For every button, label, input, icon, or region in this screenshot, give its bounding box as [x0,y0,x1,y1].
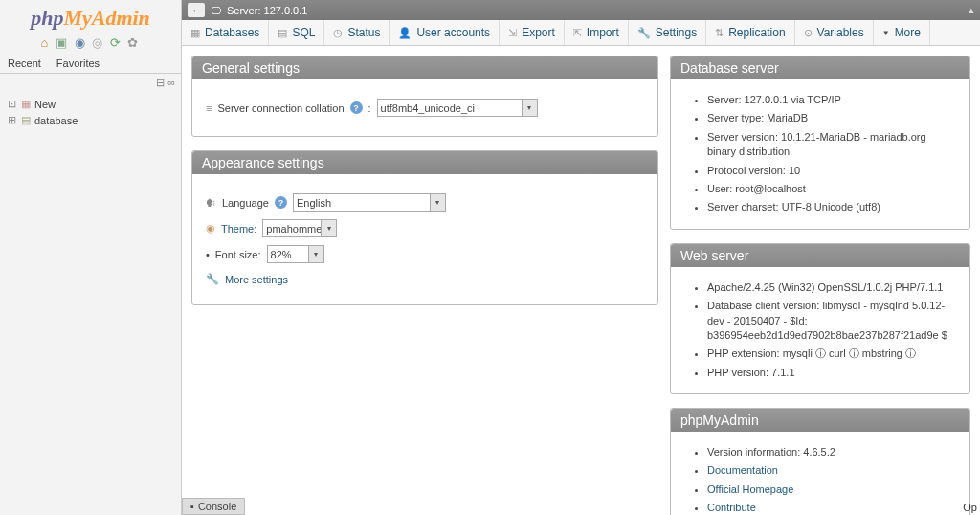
tree-database[interactable]: ⊞ ▤ database [6,112,175,128]
webserver-list: Apache/2.4.25 (Win32) OpenSSL/1.0.2j PHP… [684,279,956,382]
pma-list: Version information: 4.6.5.2 Documentati… [684,443,956,515]
menu-settings[interactable]: 🔧Settings [629,20,706,45]
op-corner: Op [960,500,980,515]
sql-icon: ▤ [278,27,287,39]
menu-settings-label: Settings [656,26,697,39]
pma-link-homepage[interactable]: Official Homepage [707,483,793,495]
users-icon: 👤 [398,27,412,39]
phpmyadmin-logo[interactable]: phpMyAdmin [0,0,181,34]
menu-sql-label: SQL [292,26,315,39]
webserver-item: Apache/2.4.25 (Win32) OpenSSL/1.0.2j PHP… [707,279,956,297]
tree-database-label: database [34,115,78,126]
panel-webserver-title: Web server [671,244,969,267]
console-label: Console [198,501,236,512]
db-icon: ▤ [20,114,32,126]
sidebar-tabs: Recent Favorites [0,54,181,74]
dbserver-item: User: root@localhost [707,180,956,198]
webserver-item: PHP extension: mysqli ⓘ curl ⓘ mbstring … [707,345,956,363]
chevron-down-icon: ▾ [321,220,336,236]
theme-label[interactable]: Theme: [221,223,256,235]
menu-users[interactable]: 👤User accounts [390,20,500,45]
collation-select[interactable]: utf8mb4_unicode_ci ▾ [377,99,538,117]
status-icon: ◷ [333,27,343,39]
chevron-down-icon: ▾ [522,100,537,116]
console-icon: ▪ [190,501,194,512]
databases-icon: ▦ [190,27,200,39]
language-icon: 🗣 [206,197,216,209]
pma-link-documentation[interactable]: Documentation [707,464,778,476]
back-button[interactable]: ← [188,3,205,17]
settings-icon[interactable]: ✿ [127,35,140,50]
tree-new[interactable]: ⊡ ▦ New [6,96,175,112]
menu-sql[interactable]: ▤SQL [269,20,324,45]
export-icon: ⇲ [508,27,517,39]
db-tree: ⊡ ▦ New ⊞ ▤ database [0,92,181,132]
dbserver-item: Server: 127.0.0.1 via TCP/IP [707,91,956,109]
collation-value: utf8mb4_unicode_ci [381,102,475,114]
expand-icon[interactable]: ⊞ [6,114,17,126]
dbserver-item: Server type: MariaDB [707,109,956,127]
fontsize-select[interactable]: 82% ▾ [267,245,324,263]
import-icon: ⇱ [573,27,582,39]
sidebar: phpMyAdmin ⌂ ▣ ◉ ◎ ⟳ ✿ Recent Favorites … [0,0,182,515]
expand-icon: ⊡ [6,98,17,110]
gear-icon: 🔧 [637,27,651,39]
chevron-down-icon: ▾ [430,194,445,211]
menu-import[interactable]: ⇱Import [565,20,629,45]
pma-version: Version information: 4.6.5.2 [707,443,956,461]
menu-variables[interactable]: ⊙Variables [795,20,874,45]
panel-general: General settings ≡ Server connection col… [191,56,658,137]
theme-value: pmahomme [266,223,322,235]
tab-recent[interactable]: Recent [0,54,49,73]
link-icon[interactable]: ∞ [167,77,175,88]
collapse-icon[interactable]: ⊟ [156,77,165,88]
menu-status-label: Status [347,26,380,39]
variables-icon: ⊙ [804,27,813,39]
menu-replication-label: Replication [728,26,785,39]
bullet-icon: • [206,249,210,260]
more-settings-link[interactable]: More settings [225,274,288,285]
fontsize-label: Font size: [215,249,261,260]
home-icon[interactable]: ⌂ [41,35,51,50]
dbserver-list: Server: 127.0.0.1 via TCP/IP Server type… [684,91,956,217]
pma-link-contribute[interactable]: Contribute [707,502,756,513]
menu-export[interactable]: ⇲Export [500,20,565,45]
sidebar-iconbar: ⌂ ▣ ◉ ◎ ⟳ ✿ [0,34,181,54]
menu-databases[interactable]: ▦Databases [182,20,269,45]
breadcrumb-bar: ← 🖵 Server: 127.0.0.1 ▴ [182,0,980,20]
dbserver-item: Protocol version: 10 [707,162,956,180]
server-label[interactable]: Server: 127.0.0.1 [227,5,307,16]
menu-more[interactable]: ▼More [874,20,930,45]
menu-export-label: Export [522,26,555,39]
theme-icon: ◉ [206,222,215,235]
menu-users-label: User accounts [416,26,490,39]
panel-dbserver-title: Database server [671,56,969,79]
top-menu: ▦Databases ▤SQL ◷Status 👤User accounts ⇲… [182,20,980,46]
chevron-down-icon: ▼ [882,29,890,37]
main-area: ← 🖵 Server: 127.0.0.1 ▴ ▦Databases ▤SQL … [182,0,980,515]
menu-variables-label: Variables [817,26,864,39]
reload-icon[interactable]: ⟳ [110,35,122,50]
menu-replication[interactable]: ⇅Replication [706,20,794,45]
menu-databases-label: Databases [205,26,259,39]
webserver-item: Database client version: libmysql - mysq… [707,297,956,345]
language-select[interactable]: English ▾ [293,193,446,212]
menu-status[interactable]: ◷Status [324,20,390,45]
help-icon[interactable]: ? [275,196,287,209]
docs-icon[interactable]: ◉ [75,35,87,50]
wrench-icon: 🔧 [206,273,219,285]
tab-favorites[interactable]: Favorites [49,54,107,73]
panel-dbserver: Database server Server: 127.0.0.1 via TC… [670,56,970,230]
sql-icon[interactable]: ◎ [92,35,104,50]
console-toggle[interactable]: ▪ Console [182,498,245,515]
help-icon[interactable]: ? [350,101,363,114]
new-db-icon: ▦ [20,98,32,110]
webserver-item: PHP version: 7.1.1 [707,364,956,382]
logout-icon[interactable]: ▣ [56,35,69,50]
chevron-down-icon: ▾ [308,246,323,262]
panel-pma: phpMyAdmin Version information: 4.6.5.2 … [670,408,970,515]
collapse-top-icon[interactable]: ▴ [969,4,974,16]
panel-appearance-title: Appearance settings [192,151,657,174]
theme-select[interactable]: pmahomme ▾ [262,219,337,237]
dbserver-item: Server charset: UTF-8 Unicode (utf8) [707,198,956,216]
